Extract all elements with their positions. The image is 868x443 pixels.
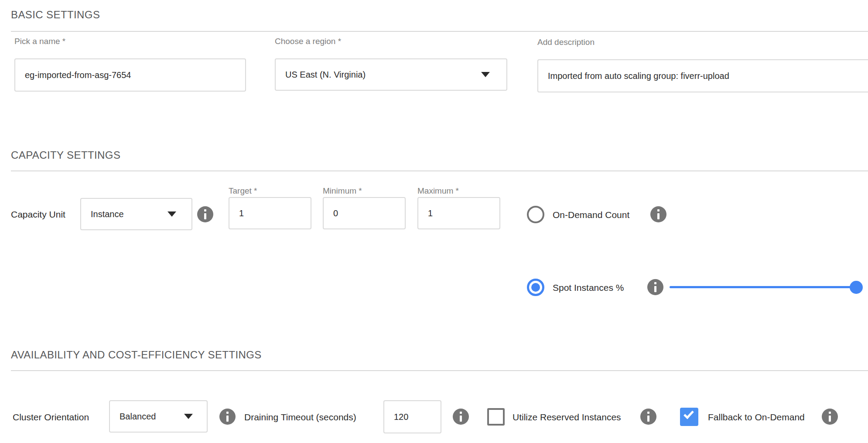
fallback-to-on-demand-info-icon[interactable] — [822, 409, 838, 425]
on-demand-count-radio[interactable] — [527, 206, 544, 223]
section-divider — [11, 31, 868, 32]
radio-dot — [531, 283, 540, 292]
region-dropdown-value: US East (N. Virginia) — [285, 70, 366, 80]
choose-a-region-label: Choose a region * — [275, 37, 341, 46]
draining-timeout-info-icon[interactable] — [453, 409, 469, 425]
maximum-input[interactable] — [417, 197, 500, 229]
spot-percentage-slider-thumb[interactable] — [850, 281, 863, 294]
on-demand-count-label[interactable]: On-Demand Count — [553, 210, 629, 220]
spot-instances-radio[interactable] — [527, 279, 544, 296]
on-demand-count-info-icon[interactable] — [650, 206, 666, 222]
draining-timeout-label: Draining Timeout (seconds) — [244, 412, 356, 423]
region-dropdown[interactable]: US East (N. Virginia) — [275, 58, 507, 91]
capacity-settings-title: CAPACITY SETTINGS — [11, 149, 120, 161]
section-divider — [11, 370, 868, 371]
utilize-reserved-instances-label[interactable]: Utilize Reserved Instances — [513, 412, 621, 423]
pick-a-name-label: Pick a name * — [14, 37, 65, 46]
capacity-unit-dropdown-value: Instance — [91, 209, 124, 219]
capacity-unit-info-icon[interactable] — [197, 206, 213, 222]
spot-instances-info-icon[interactable] — [647, 279, 663, 295]
fallback-to-on-demand-label[interactable]: Fallback to On-Demand — [708, 412, 805, 423]
spot-instances-label[interactable]: Spot Instances % — [553, 283, 624, 293]
basic-settings-title: BASIC SETTINGS — [11, 9, 100, 21]
availability-settings-title: AVAILABILITY AND COST-EFFICIENCY SETTING… — [11, 349, 262, 361]
utilize-reserved-instances-info-icon[interactable] — [640, 409, 656, 425]
spot-percentage-slider-track[interactable] — [670, 286, 856, 288]
caret-down-icon — [167, 211, 176, 217]
draining-timeout-input[interactable] — [383, 400, 441, 433]
cluster-orientation-info-icon[interactable] — [219, 409, 236, 425]
minimum-input[interactable] — [323, 197, 406, 229]
check-icon — [683, 409, 694, 419]
cluster-orientation-label: Cluster Orientation — [13, 412, 89, 423]
cluster-orientation-dropdown[interactable]: Balanced — [109, 400, 208, 433]
description-input[interactable] — [537, 59, 868, 92]
target-label: Target * — [229, 186, 257, 196]
cluster-orientation-dropdown-value: Balanced — [120, 412, 156, 422]
caret-down-icon — [184, 414, 193, 419]
fallback-to-on-demand-checkbox[interactable] — [680, 408, 698, 426]
add-description-label: Add description — [537, 37, 595, 47]
section-divider — [11, 170, 868, 171]
capacity-unit-dropdown[interactable]: Instance — [80, 198, 192, 230]
name-input[interactable] — [14, 58, 246, 92]
capacity-unit-label: Capacity Unit — [11, 209, 65, 220]
minimum-label: Minimum * — [323, 186, 362, 196]
utilize-reserved-instances-checkbox[interactable] — [487, 408, 505, 426]
maximum-label: Maximum * — [417, 186, 459, 196]
target-input[interactable] — [229, 197, 311, 229]
caret-down-icon — [481, 72, 490, 77]
